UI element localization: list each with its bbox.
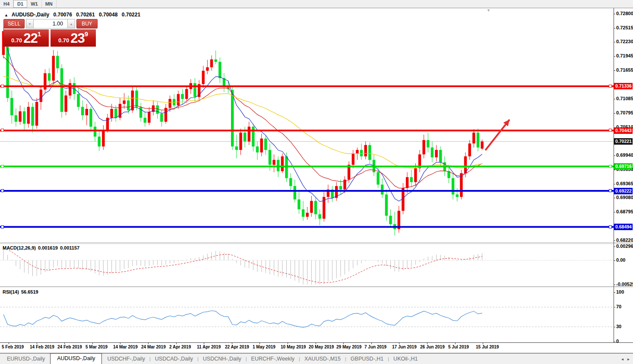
date-label: 5 Jul 2019 xyxy=(448,345,469,349)
price-tick-mark xyxy=(614,14,615,14)
ohlc-low: 0.70048 xyxy=(99,12,117,18)
buy-price-base: 0.70 xyxy=(58,37,69,44)
date-tick-mark xyxy=(427,342,427,344)
price-tick-mark xyxy=(614,113,615,114)
ma-line-9 xyxy=(3,37,482,202)
date-tick-mark xyxy=(371,342,372,344)
timeframe-button-mn[interactable]: MN xyxy=(42,0,57,8)
date-label: 15 Jul 2019 xyxy=(476,345,499,349)
line-handle[interactable] xyxy=(609,129,612,132)
date-tick-mark xyxy=(455,342,456,344)
price-tick-mark xyxy=(614,70,615,71)
date-label: 2 Apr 2019 xyxy=(169,345,191,349)
price-tick-mark xyxy=(614,155,615,156)
macd-tick-label: -0.005255 xyxy=(616,282,633,287)
sell-price-big: 22 xyxy=(23,29,37,47)
date-label: 11 Apr 2019 xyxy=(197,345,221,349)
tab-usdcnh-daily[interactable]: USDCNH-,Daily xyxy=(199,355,246,364)
macd-name: MACD(12,26,9) xyxy=(3,245,36,250)
tab-eurchf-weekly[interactable]: EURCHF-,Weekly xyxy=(247,355,299,364)
rsi-indicator-label: RSI(14)56.6519 xyxy=(3,289,41,294)
price-tick-label: 0.69365 xyxy=(616,181,633,186)
date-tick-mark xyxy=(343,342,344,344)
buy-price-box[interactable]: 0.70 23 9 xyxy=(51,29,96,47)
tab-eurusd-daily[interactable]: EURUSD-,Daily xyxy=(3,355,49,364)
date-tick-mark xyxy=(148,342,149,344)
rsi-bottom-frame xyxy=(0,342,633,343)
line-handle[interactable] xyxy=(1,225,4,228)
price-tick-label: 0.72230 xyxy=(616,39,633,44)
price-tick-mark xyxy=(614,56,615,57)
rsi-tick-label: 30 xyxy=(616,324,621,329)
date-label: 14 Feb 2019 xyxy=(30,345,54,349)
timeframe-button-w1[interactable]: W1 xyxy=(27,0,42,8)
date-label: 29 May 2019 xyxy=(336,345,361,349)
volume-input[interactable] xyxy=(34,19,67,28)
splitter-band xyxy=(0,243,633,244)
date-tick-mark xyxy=(64,342,65,344)
chart-title: ▲ AUDUSD-,Daily 0.70076 0.70261 0.70048 … xyxy=(4,12,140,18)
price-tick-label: 0.72800 xyxy=(616,11,633,16)
date-label: 17 Jun 2019 xyxy=(392,345,417,349)
tab-scroll-right-icon[interactable]: ▸ xyxy=(627,357,630,361)
sell-price-box[interactable]: 0.70 22 1 xyxy=(3,29,49,47)
sell-button[interactable]: SELL xyxy=(3,19,25,28)
mt4-trading-platform: H4D1W1MN ▲ AUDUSD-,Daily 0.70076 0.70261… xyxy=(0,0,633,364)
price-level-badge: 0.71336 xyxy=(614,83,633,89)
tab-audusd-daily[interactable]: AUDUSD-,Daily xyxy=(50,353,102,364)
date-tick-mark xyxy=(399,342,399,344)
timeframe-button-h4[interactable]: H4 xyxy=(0,0,13,8)
tab-gbpusd-h1[interactable]: GBPUSD-,H1 xyxy=(346,355,388,364)
sell-price-base: 0.70 xyxy=(11,37,22,44)
macd-pane-canvas[interactable] xyxy=(0,244,614,286)
date-tick-mark xyxy=(9,342,9,344)
date-tick-mark xyxy=(260,342,260,344)
moving-averages xyxy=(3,37,482,202)
date-tick-mark xyxy=(288,342,288,344)
price-tick-mark xyxy=(614,99,615,99)
date-label: 7 Jun 2019 xyxy=(364,345,386,349)
symbol-name: AUDUSD-,Daily xyxy=(12,12,49,18)
tab-scroll-left-icon[interactable]: ◂ xyxy=(621,357,624,361)
chart-shift-marker-icon[interactable]: ▼ xyxy=(487,8,491,13)
volume-decrease-button[interactable]: ▼ xyxy=(26,19,34,28)
price-tick-label: 0.72515 xyxy=(616,25,633,30)
rsi-pane-canvas[interactable] xyxy=(0,288,614,342)
splitter-band xyxy=(0,287,633,288)
volume-increase-button[interactable]: ▲ xyxy=(67,19,75,28)
macd-tick-mark xyxy=(614,285,615,285)
buy-button[interactable]: BUY xyxy=(76,19,98,28)
trend-arrow[interactable] xyxy=(485,120,510,150)
line-handle[interactable] xyxy=(609,165,612,168)
price-level-badge: 0.69716 xyxy=(614,163,633,170)
line-handle[interactable] xyxy=(1,165,4,168)
date-tick-mark xyxy=(37,342,37,344)
price-tick-mark xyxy=(614,198,615,198)
line-handle[interactable] xyxy=(1,189,4,192)
macd-indicator-label: MACD(12,26,9)0.0016190.001157 xyxy=(3,245,82,250)
line-handle[interactable] xyxy=(1,129,4,132)
support-resistance-lines xyxy=(0,86,614,227)
price-tick-label: 0.71085 xyxy=(616,96,633,101)
timeframe-button-d1[interactable]: D1 xyxy=(13,0,27,8)
line-handle[interactable] xyxy=(1,85,4,88)
tab-ukoil-h1[interactable]: UKOil-,H1 xyxy=(389,355,422,364)
price-tick-label: 0.69080 xyxy=(616,195,633,200)
panel-collapse-icon[interactable]: ▲ xyxy=(4,13,8,17)
line-handle[interactable] xyxy=(609,225,612,228)
macd-tick-mark xyxy=(614,247,615,247)
tab-usdchf-daily[interactable]: USDCHF-,Daily xyxy=(103,355,149,364)
rsi-tick-mark xyxy=(614,342,615,342)
date-label: 10 May 2019 xyxy=(281,345,306,349)
rsi-name: RSI(14) xyxy=(3,289,19,294)
tab-usdcad-daily[interactable]: USDCAD-,Daily xyxy=(151,355,197,364)
tab-xauusd-m15[interactable]: XAUUSD-,M15 xyxy=(300,355,345,364)
line-handle[interactable] xyxy=(609,189,612,192)
sell-price-pip: 1 xyxy=(38,30,41,47)
date-label: 24 Feb 2019 xyxy=(57,345,82,349)
date-tick-mark xyxy=(232,342,232,344)
macd-tick-label: 0.002962 xyxy=(616,244,633,249)
line-handle[interactable] xyxy=(609,85,612,88)
rsi-tick-mark xyxy=(614,327,615,327)
price-tick-label: 0.68795 xyxy=(616,209,633,214)
